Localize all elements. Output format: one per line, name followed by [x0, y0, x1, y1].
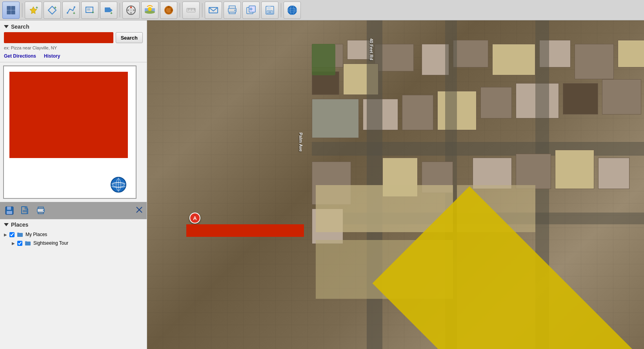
places-my-places-checkbox[interactable]	[9, 232, 15, 237]
building-18	[563, 83, 598, 115]
svg-point-53	[113, 179, 124, 191]
svg-point-29	[171, 9, 173, 11]
svg-rect-3	[11, 11, 15, 14]
pin-circle-a: A	[189, 213, 200, 224]
building-7	[453, 40, 488, 67]
record-tour-button[interactable]: +	[100, 2, 117, 19]
places-collapse-icon[interactable]	[4, 223, 9, 226]
sun-button[interactable]	[141, 2, 158, 19]
print-button[interactable]	[224, 2, 241, 19]
folder-icon	[17, 231, 23, 238]
search-title-label: Search	[11, 24, 29, 30]
svg-point-8	[67, 12, 68, 14]
svg-text:+: +	[92, 10, 94, 15]
layers-button[interactable]	[2, 2, 20, 19]
navigation-button[interactable]	[122, 2, 140, 19]
svg-rect-2	[7, 11, 11, 14]
svg-point-24	[145, 11, 155, 14]
places-arrow-icon: ▶	[4, 233, 7, 237]
svg-rect-30	[187, 8, 195, 12]
sky-button[interactable]	[160, 2, 177, 19]
building-19	[602, 79, 641, 115]
svg-point-54	[113, 182, 124, 187]
toolbar-separator-4	[202, 3, 202, 17]
earth-button[interactable]	[284, 2, 301, 19]
add-polygon-button[interactable]: +	[44, 2, 61, 19]
road-vertical-1	[367, 20, 382, 349]
search-links: Get Directions History	[4, 53, 143, 59]
svg-point-55	[116, 179, 121, 191]
search-section: Search Search ex: Pizza near Clayville, …	[0, 20, 147, 62]
sightseeing-folder-icon	[25, 240, 31, 246]
ruler-button[interactable]	[182, 2, 200, 19]
add-path-button[interactable]: +	[62, 2, 80, 19]
building-12	[312, 99, 359, 138]
search-input[interactable]	[4, 32, 113, 43]
panel-close-button[interactable]	[136, 206, 143, 215]
svg-point-28	[167, 6, 170, 8]
street-label-palm: Palm Ave	[298, 133, 303, 152]
svg-point-40	[235, 9, 236, 11]
search-collapse-icon[interactable]	[4, 25, 9, 28]
toolbar-separator-3	[180, 3, 180, 17]
map-area[interactable]: 40 Feet Rd Palm Ave A	[147, 20, 644, 349]
map-pin-a[interactable]: A	[189, 213, 200, 224]
svg-point-22	[130, 9, 132, 11]
svg-rect-73	[25, 242, 31, 245]
left-panel: Search Search ex: Pizza near Clayville, …	[0, 20, 147, 349]
svg-rect-14	[105, 7, 110, 12]
svg-rect-1	[11, 6, 15, 10]
building-l5	[473, 158, 512, 189]
search-section-title: Search	[4, 24, 143, 30]
main-content: Search Search ex: Pizza near Clayville, …	[0, 20, 644, 349]
search-hint-text: ex: Pizza near Clayville, NY	[4, 45, 143, 50]
toolbar-separator-1	[22, 3, 22, 17]
search-button[interactable]: Search	[116, 32, 143, 43]
svg-rect-72	[17, 233, 23, 237]
svg-rect-12	[87, 8, 90, 11]
svg-point-69	[43, 210, 44, 211]
places-sightseeing-checkbox[interactable]	[17, 241, 22, 246]
building-8	[492, 44, 535, 75]
svg-text:+: +	[54, 5, 56, 10]
panel-new-button[interactable]	[20, 205, 31, 216]
building-l7	[555, 150, 594, 189]
sightseeing-label: Sightseeing Tour	[33, 240, 68, 246]
copy-image-button[interactable]	[242, 2, 260, 19]
my-places-label: My Places	[25, 232, 47, 237]
preview-area	[0, 62, 147, 202]
toolbar-separator-5	[281, 3, 281, 17]
building-l6	[516, 154, 551, 189]
places-title-label: Places	[11, 222, 28, 228]
svg-text:+: +	[110, 11, 113, 15]
building-11	[618, 40, 644, 67]
places-section-title: Places	[4, 222, 143, 228]
save-image-button[interactable]	[261, 2, 278, 19]
panel-save-button[interactable]	[4, 205, 15, 216]
svg-rect-61	[7, 211, 12, 214]
places-item-my-places[interactable]: ▶ My Places	[4, 230, 143, 239]
building-16	[480, 87, 512, 118]
places-item-sightseeing[interactable]: ▶ Sightseeing Tour	[4, 239, 143, 247]
sightseeing-arrow-icon: ▶	[12, 241, 15, 245]
svg-rect-46	[267, 6, 271, 9]
svg-rect-60	[7, 207, 11, 210]
search-row: Search	[4, 32, 143, 43]
preview-box	[3, 65, 136, 199]
panel-bottom-toolbar	[0, 202, 147, 219]
building-14	[402, 95, 433, 130]
add-overlay-button[interactable]: +	[81, 2, 98, 19]
map-label-overlay	[186, 224, 304, 237]
panel-print-button[interactable]	[35, 205, 46, 216]
svg-point-9	[74, 6, 75, 8]
preview-globe-icon[interactable]	[111, 177, 126, 193]
green-area-1	[312, 44, 335, 75]
get-directions-link[interactable]: Get Directions	[4, 53, 36, 59]
email-button[interactable]	[205, 2, 222, 19]
add-placemark-button[interactable]: +	[25, 2, 42, 19]
history-link[interactable]: History	[44, 53, 60, 59]
preview-red-overlay	[9, 72, 128, 158]
svg-point-25	[148, 7, 152, 11]
svg-text:+: +	[36, 5, 38, 10]
building-10	[575, 44, 614, 79]
